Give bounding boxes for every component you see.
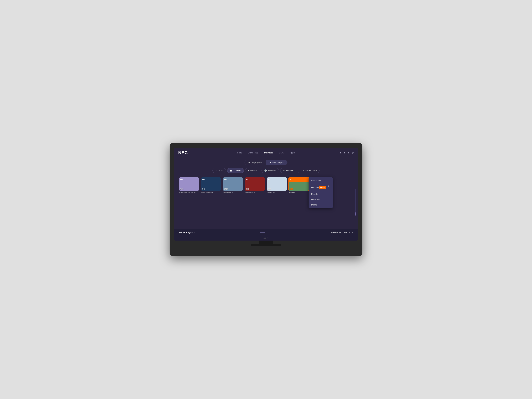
monitor-outer: NEC Files Quick Play Playlists CMS Apps …: [170, 143, 362, 256]
media-thumb-5: ⇧ 2:00: [289, 177, 309, 191]
playlist-tabs: ☰ All playlists + New playlist: [174, 160, 358, 165]
media-strip: ■▶ 4:20 brand-video-promo.mpg ■▶ 3:43 Ha…: [179, 177, 353, 193]
duration-increase[interactable]: +: [327, 185, 330, 187]
nav-center: Files Quick Play Playlists CMS Apps: [237, 151, 295, 155]
video-icon-2: ■▶: [224, 178, 227, 181]
duration-stepper: + −: [327, 185, 330, 190]
stand-neck: [259, 241, 273, 244]
user-icon[interactable]: ●: [340, 151, 341, 154]
media-name-1: Hair-cutting.mpg: [201, 191, 221, 193]
video-icon-1: ■▶: [202, 178, 205, 181]
monitor-brand-label: NEC: [264, 237, 268, 239]
image-icon-4: ▣: [268, 178, 270, 181]
rename-button[interactable]: ✎ Rename: [280, 168, 296, 173]
media-thumb-2: ■▶ 12:01: [223, 177, 243, 191]
new-playlist-label: New playlist: [272, 161, 284, 164]
schedule-button[interactable]: 🕔 Schedule: [261, 168, 279, 173]
scroll-pip: [260, 232, 265, 233]
monitor-screen: NEC Files Quick Play Playlists CMS Apps …: [174, 148, 358, 241]
pencil-icon: ✎: [283, 169, 285, 172]
image-icon-3: ▣: [246, 178, 248, 181]
duration-4: 0:10: [268, 188, 271, 190]
scroll-indicator: [260, 232, 265, 233]
nav-icons: ● ● ● ⚙: [340, 151, 354, 154]
duration-2: 12:01: [224, 188, 228, 190]
all-playlists-tab[interactable]: ☰ All playlists: [245, 160, 266, 165]
media-thumb-4: ▣ 0:10: [267, 177, 287, 191]
duration-1: 3:43: [202, 188, 205, 190]
ctx-switch-item[interactable]: Switch item: [309, 178, 333, 183]
duration-5: 2:00: [290, 188, 293, 190]
media-name-0: brand-video-promo.mpg: [179, 191, 199, 193]
media-card-4[interactable]: ▣ 0:10 model1.jpg: [267, 177, 287, 193]
nav-apps[interactable]: Apps: [289, 151, 295, 155]
top-nav: NEC Files Quick Play Playlists CMS Apps …: [174, 148, 358, 158]
save-close-button[interactable]: ✓ Save and close: [298, 168, 320, 173]
ctx-duration[interactable]: Duration 03:00 + −: [309, 183, 333, 191]
list-icon: ☰: [248, 161, 250, 164]
nav-cms[interactable]: CMS: [279, 151, 284, 155]
playlist-name: Name: Playlist 1: [179, 231, 195, 234]
media-card-2[interactable]: ■▶ 12:01 Hair-drying.mpg: [223, 177, 243, 193]
media-name-3: intro-image.jpg: [245, 191, 265, 193]
duration-control: 03:00 + −: [319, 185, 330, 190]
ctx-duplicate[interactable]: Duplicate: [309, 197, 333, 202]
nav-playlists[interactable]: Playlists: [264, 151, 273, 155]
nav-quickplay[interactable]: Quick Play: [247, 151, 259, 155]
ctx-delete[interactable]: Delete: [309, 202, 333, 208]
media-thumb-1: ■▶ 3:43: [201, 177, 221, 191]
wifi-icon[interactable]: ●: [348, 151, 349, 154]
ctx-reorder[interactable]: Reorder: [309, 191, 333, 197]
total-duration: Total duration: 00:24:24: [330, 231, 353, 234]
settings-icon[interactable]: ⚙: [351, 151, 354, 154]
weather-arrow-icon: ⇧: [290, 178, 292, 181]
media-thumb-0: ■▶ 4:20: [179, 177, 199, 191]
media-card-5[interactable]: ⇧ 2:00 Weather Switch item Duration: [289, 177, 309, 193]
context-menu: Switch item Duration 03:00 + −: [309, 177, 333, 208]
close-button[interactable]: ✕ Close: [212, 168, 226, 173]
media-area: ■▶ 4:20 brand-video-promo.mpg ■▶ 3:43 Ha…: [174, 176, 358, 229]
status-bar: Name: Playlist 1 Total duration: 00:24:2…: [174, 229, 358, 236]
schedule-icon: 🕔: [264, 169, 267, 172]
duration-3: 0:10: [246, 188, 249, 190]
close-icon: ✕: [215, 169, 217, 172]
media-name-4: model1.jpg: [267, 191, 287, 193]
media-name-5: Weather: [289, 191, 309, 193]
plus-icon: +: [270, 161, 271, 164]
all-playlists-label: All playlists: [251, 161, 262, 164]
media-thumb-3: ▣ 0:10: [245, 177, 265, 191]
nec-logo: NEC: [178, 150, 188, 155]
media-card-3[interactable]: ▣ 0:10 intro-image.jpg: [245, 177, 265, 193]
duration-value[interactable]: 03:00: [319, 186, 326, 189]
monitor-stand: [174, 241, 358, 246]
toolbar: ✕ Close ▮▮ Timeline ▶ Preview 🕔 Schedule…: [174, 167, 358, 176]
check-icon: ✓: [300, 169, 302, 172]
media-card-0[interactable]: ■▶ 4:20 brand-video-promo.mpg: [179, 177, 199, 193]
timeline-icon: ▮▮: [230, 169, 232, 172]
scrollbar-track[interactable]: [355, 189, 356, 216]
duration-0: 4:20: [180, 188, 183, 190]
new-playlist-tab[interactable]: + New playlist: [266, 160, 287, 165]
media-name-2: Hair-drying.mpg: [223, 191, 243, 193]
globe-icon[interactable]: ●: [344, 151, 345, 154]
timeline-button[interactable]: ▮▮ Timeline: [227, 168, 244, 173]
media-card-1[interactable]: ■▶ 3:43 Hair-cutting.mpg: [201, 177, 221, 193]
play-icon: ▶: [248, 169, 249, 172]
preview-button[interactable]: ▶ Preview: [245, 168, 260, 173]
nav-files[interactable]: Files: [237, 151, 242, 155]
scrollbar-thumb[interactable]: [355, 212, 356, 216]
video-icon-0: ■▶: [180, 178, 183, 181]
duration-decrease[interactable]: −: [327, 188, 330, 190]
stand-base: [251, 244, 281, 246]
